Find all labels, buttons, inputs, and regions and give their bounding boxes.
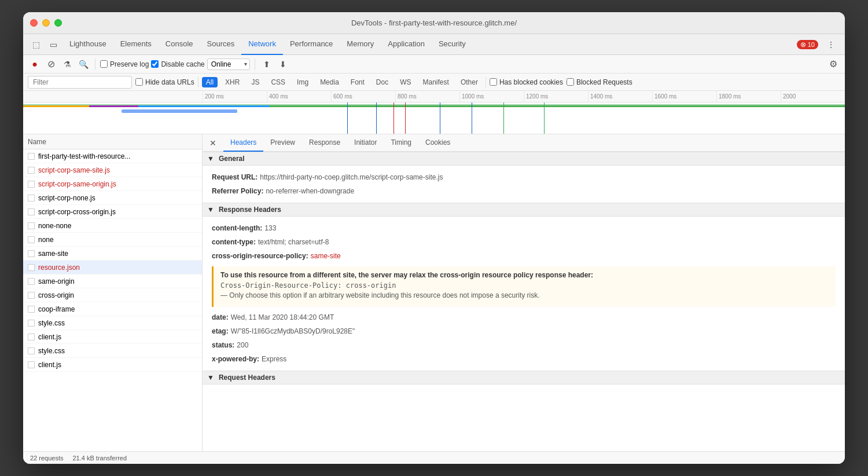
panel-close-button[interactable]: ✕	[207, 137, 219, 149]
referrer-policy-label: Referrer Policy:	[212, 186, 263, 196]
file-item[interactable]: script-corp-none.js	[23, 191, 202, 205]
disable-cache-checkbox[interactable]	[151, 60, 159, 68]
date-row: date: Wed, 11 Mar 2020 18:44:20 GMT	[212, 310, 836, 324]
filter-type-xhr[interactable]: XHR	[221, 77, 244, 87]
tab-network[interactable]: Network	[241, 34, 283, 55]
file-item[interactable]: client.js	[23, 330, 202, 344]
tab-memory[interactable]: Memory	[340, 34, 381, 55]
more-options-button[interactable]: ⋮	[823, 36, 839, 53]
file-checkbox[interactable]	[28, 361, 35, 368]
file-item[interactable]: style.css	[23, 316, 202, 330]
preserve-log-checkbox[interactable]	[100, 60, 108, 68]
file-item[interactable]: same-origin	[23, 274, 202, 288]
settings-button[interactable]: ⚙	[826, 57, 840, 71]
clear-button[interactable]: ⊘	[44, 57, 58, 71]
filter-type-font[interactable]: Font	[347, 77, 369, 87]
has-blocked-cookies-checkbox[interactable]	[490, 78, 497, 86]
tab-console[interactable]: Console	[159, 34, 200, 55]
file-checkbox[interactable]	[28, 236, 35, 243]
panel-tab-preview[interactable]: Preview	[263, 134, 302, 152]
device-toggle-button[interactable]: ▭	[45, 36, 61, 53]
file-name: resource.json	[38, 263, 80, 272]
network-throttle-select[interactable]: Online Offline Slow 3G Fast 3G	[207, 58, 250, 70]
file-checkbox[interactable]	[28, 250, 35, 257]
tab-application[interactable]: Application	[381, 34, 432, 55]
filter-type-manifest[interactable]: Manifest	[419, 77, 453, 87]
timing-line-4	[405, 102, 406, 134]
search-button[interactable]: 🔍	[76, 57, 90, 71]
file-item[interactable]: script-corp-same-origin.js	[23, 177, 202, 191]
file-checkbox[interactable]	[28, 181, 35, 188]
request-url-value: https://third-party-no-coep.glitch.me/sc…	[260, 172, 443, 182]
file-checkbox[interactable]	[28, 195, 35, 202]
file-item[interactable]: style.css	[23, 344, 202, 358]
panel-tab-cookies[interactable]: Cookies	[418, 134, 457, 152]
has-blocked-cookies-label[interactable]: Has blocked cookies	[490, 78, 563, 86]
panel-tab-headers[interactable]: Headers	[223, 134, 263, 152]
minimize-button[interactable]	[42, 19, 50, 27]
filter-icon-button[interactable]: ⚗	[60, 57, 74, 71]
tab-sources[interactable]: Sources	[200, 34, 242, 55]
filter-type-css[interactable]: CSS	[267, 77, 289, 87]
close-button[interactable]	[30, 19, 38, 27]
tab-security[interactable]: Security	[432, 34, 473, 55]
title-bar: DevTools - first-party-test-with-resourc…	[23, 12, 845, 34]
cursor-icon-button[interactable]: ⬚	[28, 36, 44, 53]
tab-performance[interactable]: Performance	[283, 34, 340, 55]
request-headers-section-header[interactable]: ▼ Request Headers	[203, 371, 845, 385]
tab-lighthouse[interactable]: Lighthouse	[62, 34, 113, 55]
response-headers-section-header[interactable]: ▼ Response Headers	[203, 203, 845, 217]
disable-cache-label[interactable]: Disable cache	[151, 60, 204, 68]
preserve-log-label[interactable]: Preserve log	[100, 60, 149, 68]
filter-type-doc[interactable]: Doc	[372, 77, 392, 87]
record-button[interactable]: ●	[28, 57, 42, 71]
tab-elements[interactable]: Elements	[113, 34, 159, 55]
filter-divider-2	[486, 77, 486, 87]
panel-tab-response[interactable]: Response	[302, 134, 347, 152]
timeline-area: 200 ms 400 ms 600 ms 800 ms 1000 ms 1200…	[23, 91, 845, 134]
filter-type-media[interactable]: Media	[316, 77, 343, 87]
filter-type-js[interactable]: JS	[247, 77, 263, 87]
panel-tab-initiator[interactable]: Initiator	[347, 134, 384, 152]
file-checkbox[interactable]	[28, 264, 35, 271]
filter-type-img[interactable]: Img	[293, 77, 312, 87]
panel-tab-timing[interactable]: Timing	[384, 134, 418, 152]
general-section-header[interactable]: ▼ General	[203, 152, 845, 166]
file-item[interactable]: none	[23, 233, 202, 247]
filter-type-all[interactable]: All	[202, 77, 218, 87]
file-checkbox[interactable]	[28, 306, 35, 313]
file-checkbox[interactable]	[28, 334, 35, 340]
file-checkbox[interactable]	[28, 347, 35, 354]
file-item[interactable]: same-site	[23, 247, 202, 261]
filter-input[interactable]	[28, 76, 132, 89]
file-checkbox[interactable]	[28, 153, 35, 160]
file-item[interactable]: script-corp-cross-origin.js	[23, 205, 202, 219]
timing-line-5	[440, 102, 440, 134]
file-item[interactable]: client.js	[23, 358, 202, 372]
hide-data-urls-checkbox[interactable]	[135, 78, 143, 86]
filter-type-other[interactable]: Other	[457, 77, 482, 87]
file-checkbox[interactable]	[28, 278, 35, 285]
blocked-requests-label[interactable]: Blocked Requests	[567, 78, 632, 86]
file-item-selected[interactable]: resource.json	[23, 261, 202, 274]
file-checkbox[interactable]	[28, 167, 35, 174]
file-list-header: Name	[23, 134, 202, 149]
maximize-button[interactable]	[54, 19, 62, 27]
file-checkbox[interactable]	[28, 208, 35, 215]
file-checkbox[interactable]	[28, 292, 35, 299]
filter-type-ws[interactable]: WS	[396, 77, 415, 87]
network-throttle-wrapper[interactable]: Online Offline Slow 3G Fast 3G	[207, 58, 250, 70]
upload-button[interactable]: ⬆	[260, 57, 274, 71]
blocked-requests-checkbox[interactable]	[567, 78, 574, 86]
file-item[interactable]: none-none	[23, 219, 202, 233]
download-button[interactable]: ⬇	[276, 57, 290, 71]
error-badge: ⊗ 10	[797, 40, 818, 49]
file-item[interactable]: first-party-test-with-resource...	[23, 149, 202, 163]
file-item[interactable]: coop-iframe	[23, 302, 202, 316]
file-checkbox[interactable]	[28, 320, 35, 327]
file-checkbox[interactable]	[28, 222, 35, 229]
hide-data-urls-label[interactable]: Hide data URLs	[135, 78, 194, 86]
file-item[interactable]: script-corp-same-site.js	[23, 163, 202, 177]
file-item[interactable]: cross-origin	[23, 288, 202, 302]
ruler-marks: 200 ms 400 ms 600 ms 800 ms 1000 ms 1200…	[203, 91, 845, 102]
